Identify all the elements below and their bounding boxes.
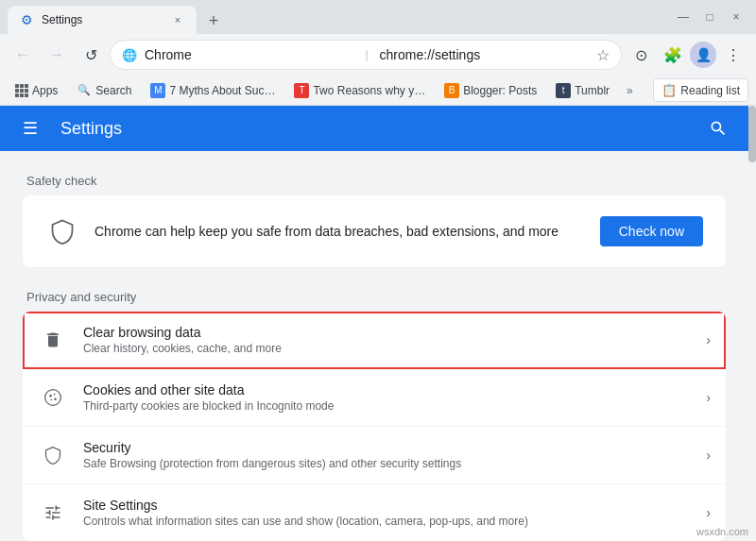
7myths-favicon: M <box>150 83 165 98</box>
safety-check-card: Chrome can help keep you safe from data … <box>23 195 726 267</box>
safety-check-description: Chrome can help keep you safe from data … <box>94 224 585 239</box>
browser-frame: ⚙ Settings × + — □ × ← → ↺ 🌐 Chrome | ch… <box>0 0 756 541</box>
maximize-button[interactable]: □ <box>697 5 722 29</box>
tumblr-favicon: t <box>556 83 571 98</box>
svg-point-4 <box>51 399 53 401</box>
tab-strip: ⚙ Settings × + <box>8 0 663 34</box>
search-bookmark[interactable]: 🔍 Search <box>69 79 139 102</box>
privacy-security-section: Privacy and security Clear browsing data <box>23 290 726 541</box>
blogger-label: Blogger: Posts <box>463 84 537 97</box>
scrollbar-thumb[interactable] <box>748 106 756 162</box>
blogger-favicon: B <box>444 83 459 98</box>
address-separator: | <box>365 48 368 61</box>
security-icon <box>38 440 68 470</box>
close-button[interactable]: × <box>724 5 748 29</box>
cookies-subtitle: Third-party cookies are blocked in Incog… <box>83 399 691 413</box>
privacy-security-title: Privacy and security <box>23 290 726 304</box>
cookies-text: Cookies and other site data Third-party … <box>83 382 691 413</box>
hamburger-menu-button[interactable]: ☰ <box>15 113 45 144</box>
site-settings-chevron: › <box>706 505 711 520</box>
security-subtitle: Safe Browsing (protection from dangerous… <box>83 457 691 470</box>
7myths-label: 7 Myths About Suc… <box>169 84 275 97</box>
safety-check-section: Safety check Chrome can help keep you sa… <box>23 174 726 267</box>
window-controls: — □ × <box>671 5 748 29</box>
profile-avatar[interactable]: 👤 <box>690 42 716 68</box>
svg-point-3 <box>54 397 57 400</box>
search-favicon: 🔍 <box>77 83 92 98</box>
back-button[interactable]: ← <box>8 40 38 70</box>
clear-browsing-title: Clear browsing data <box>83 325 691 340</box>
cookies-item[interactable]: Cookies and other site data Third-party … <box>23 369 726 427</box>
site-settings-title: Site Settings <box>83 498 691 513</box>
security-text: Security Safe Browsing (protection from … <box>83 440 691 470</box>
settings-page-title: Settings <box>60 119 688 139</box>
clear-browsing-chevron: › <box>706 332 711 347</box>
settings-header: ☰ Settings <box>0 106 748 151</box>
reading-list-label: Reading list <box>680 84 740 97</box>
reading-list-button[interactable]: 📋 Reading list <box>653 78 748 102</box>
navigation-bar: ← → ↺ 🌐 Chrome | chrome://settings ☆ ⊙ 🧩… <box>0 34 756 76</box>
address-site-label: Chrome <box>145 47 353 62</box>
more-bookmarks-button[interactable]: » <box>623 80 637 101</box>
address-bar[interactable]: 🌐 Chrome | chrome://settings ☆ <box>110 40 622 70</box>
watermark: wsxdn.com <box>696 526 748 537</box>
site-settings-item[interactable]: Site Settings Controls what information … <box>23 484 726 541</box>
minimize-button[interactable]: — <box>671 5 696 29</box>
tab-favicon: ⚙ <box>19 12 34 27</box>
svg-point-0 <box>45 390 61 406</box>
extensions-button[interactable]: 🧩 <box>658 40 688 70</box>
7myths-bookmark[interactable]: M 7 Myths About Suc… <box>143 79 283 102</box>
tworeasons-bookmark[interactable]: T Two Reasons why y… <box>286 79 433 102</box>
tworeasons-label: Two Reasons why y… <box>313 84 425 97</box>
search-label: Search <box>95 84 131 97</box>
title-bar: ⚙ Settings × + — □ × <box>0 0 756 34</box>
apps-label: Apps <box>32 84 58 97</box>
privacy-settings-list: Clear browsing data Clear history, cooki… <box>23 312 726 541</box>
bookmark-star-icon[interactable]: ☆ <box>596 46 610 64</box>
tumblr-label: Tumblr <box>575 84 610 97</box>
security-item[interactable]: Security Safe Browsing (protection from … <box>23 427 726 484</box>
blogger-bookmark[interactable]: B Blogger: Posts <box>437 79 544 102</box>
settings-search-button[interactable] <box>703 113 733 144</box>
apps-icon <box>15 84 28 97</box>
more-options-button[interactable]: ⋮ <box>718 40 748 70</box>
address-url: chrome://settings <box>380 47 589 62</box>
site-security-icon: 🌐 <box>122 47 137 62</box>
forward-button[interactable]: → <box>42 40 72 70</box>
download-icon[interactable]: ⊙ <box>626 40 656 70</box>
clear-browsing-subtitle: Clear history, cookies, cache, and more <box>83 342 691 355</box>
site-settings-icon <box>38 498 68 528</box>
reading-list-icon: 📋 <box>662 83 677 97</box>
nav-icons: ⊙ 🧩 👤 ⋮ <box>626 40 748 70</box>
new-tab-button[interactable]: + <box>200 8 227 34</box>
reload-button[interactable]: ↺ <box>76 40 106 70</box>
cookies-icon <box>38 382 68 413</box>
apps-bookmark[interactable]: Apps <box>8 80 65 101</box>
active-tab[interactable]: ⚙ Settings × <box>8 6 197 34</box>
clear-browsing-text: Clear browsing data Clear history, cooki… <box>83 325 691 355</box>
clear-browsing-icon <box>38 325 68 355</box>
tworeasons-favicon: T <box>294 83 309 98</box>
settings-main: ☰ Settings Safety check <box>0 106 748 541</box>
svg-point-2 <box>54 394 56 396</box>
tab-close-button[interactable]: × <box>170 12 185 27</box>
svg-point-1 <box>49 395 52 397</box>
safety-check-title: Safety check <box>23 174 726 188</box>
site-settings-text: Site Settings Controls what information … <box>83 498 691 528</box>
site-settings-subtitle: Controls what information sites can use … <box>83 515 691 528</box>
security-chevron: › <box>706 448 711 463</box>
tumblr-bookmark[interactable]: t Tumblr <box>548 79 617 102</box>
clear-browsing-data-item[interactable]: Clear browsing data Clear history, cooki… <box>23 312 726 369</box>
shield-icon <box>45 214 79 248</box>
check-now-button[interactable]: Check now <box>600 216 703 246</box>
security-title: Security <box>83 440 691 455</box>
cookies-chevron: › <box>706 390 711 405</box>
cookies-title: Cookies and other site data <box>83 382 691 397</box>
bookmarks-bar: Apps 🔍 Search M 7 Myths About Suc… T Two… <box>0 76 756 106</box>
tab-title: Settings <box>42 13 163 26</box>
scrollbar-track[interactable] <box>748 106 756 541</box>
settings-area: ☰ Settings Safety check <box>0 106 756 541</box>
settings-content: Safety check Chrome can help keep you sa… <box>0 151 748 541</box>
